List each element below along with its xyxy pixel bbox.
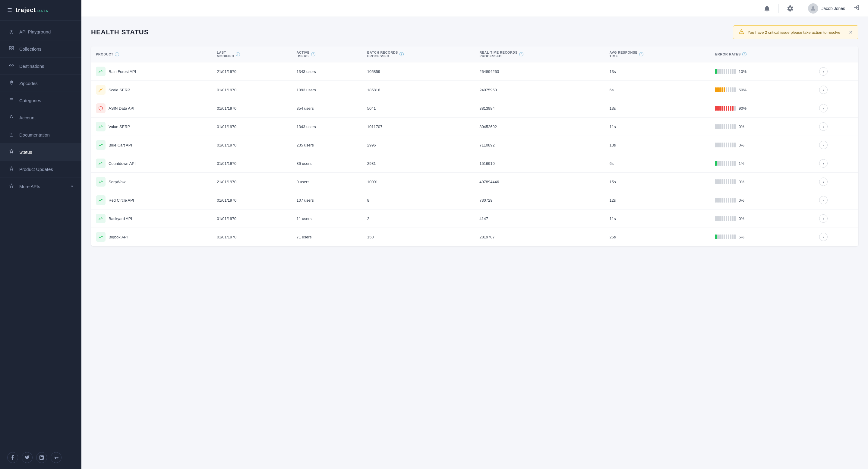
- notifications-button[interactable]: [762, 3, 772, 14]
- facebook-link[interactable]: [7, 452, 18, 463]
- alert-banner: You have 2 critical issue please take ac…: [733, 25, 858, 39]
- error-rate-cell: 1%: [710, 154, 814, 173]
- row-detail-button[interactable]: ›: [819, 141, 828, 149]
- error-bar: [715, 198, 736, 202]
- sidebar-item-product-updates[interactable]: Product Updates: [0, 161, 82, 178]
- realtime-records-cell: 80452692: [474, 118, 604, 136]
- svg-rect-0: [9, 46, 11, 48]
- error-rate-cell: 5%: [710, 228, 814, 246]
- row-detail-button[interactable]: ›: [819, 178, 828, 186]
- more-apis-icon: [8, 183, 14, 189]
- row-action-cell: ›: [814, 118, 858, 136]
- active-users-cell: 1093 users: [292, 81, 362, 99]
- row-action-cell: ›: [814, 81, 858, 99]
- linkedin-link[interactable]: [36, 452, 47, 463]
- user-info[interactable]: Jacob Jones: [808, 3, 845, 13]
- avg-response-cell: 11s: [604, 118, 710, 136]
- last-modified-cell: 01/01/1970: [212, 228, 291, 246]
- avg-response-cell: 25s: [604, 228, 710, 246]
- last-modified-cell: 01/01/1970: [212, 99, 291, 118]
- hamburger-icon[interactable]: ☰: [7, 7, 12, 13]
- error-percentage: 0%: [739, 124, 748, 129]
- error-bar: [715, 161, 736, 166]
- sidebar-item-api-playground[interactable]: ◎ API Playground: [0, 24, 82, 40]
- col-action: [814, 46, 858, 62]
- twitter-link[interactable]: [22, 452, 33, 463]
- row-action-cell: ›: [814, 228, 858, 246]
- sidebar-item-destinations[interactable]: Destinations: [0, 58, 82, 75]
- error-rate-cell: 0%: [710, 173, 814, 191]
- realtime-records-cell: 7110892: [474, 136, 604, 154]
- sidebar-item-documentation[interactable]: Documentation: [0, 126, 82, 144]
- row-detail-button[interactable]: ›: [819, 196, 828, 205]
- destinations-icon: [8, 63, 14, 69]
- error-rates-info-icon[interactable]: i: [742, 52, 746, 56]
- row-detail-button[interactable]: ›: [819, 67, 828, 76]
- row-detail-button[interactable]: ›: [819, 159, 828, 167]
- error-percentage: 10%: [739, 69, 748, 74]
- categories-icon: [8, 97, 14, 103]
- table-row: Countdown API 01/01/1970 86 users 2981 1…: [91, 154, 858, 173]
- product-cell: Rain Forest API: [91, 62, 212, 81]
- product-cell: Scale SERP: [91, 81, 212, 99]
- sidebar-item-label: More APIs: [19, 184, 40, 189]
- product-name: Bigbox API: [108, 235, 128, 239]
- svg-rect-3: [12, 49, 13, 50]
- active-users-cell: 11 users: [292, 210, 362, 228]
- sidebar-item-label: Collections: [19, 46, 41, 52]
- row-detail-button[interactable]: ›: [819, 233, 828, 241]
- row-detail-button[interactable]: ›: [819, 122, 828, 131]
- row-detail-button[interactable]: ›: [819, 104, 828, 113]
- sidebar-item-status[interactable]: Status: [0, 144, 82, 161]
- alert-icon: [739, 29, 744, 35]
- row-detail-button[interactable]: ›: [819, 86, 828, 94]
- svg-marker-18: [10, 184, 13, 187]
- settings-button[interactable]: [785, 3, 796, 14]
- batch-records-cell: 10091: [362, 173, 474, 191]
- row-detail-button[interactable]: ›: [819, 214, 828, 223]
- alert-close-button[interactable]: ✕: [849, 30, 852, 35]
- batch-records-info-icon[interactable]: i: [400, 52, 404, 56]
- user-name: Jacob Jones: [821, 6, 845, 11]
- col-active-users: ACTIVEUSERS i: [292, 46, 362, 62]
- svg-marker-16: [10, 150, 13, 153]
- error-bar: [715, 216, 736, 221]
- error-bar: [715, 124, 736, 129]
- realtime-records-cell: 3813984: [474, 99, 604, 118]
- sidebar-item-more-apis[interactable]: More APIs ▾: [0, 178, 82, 195]
- sidebar-item-collections[interactable]: Collections: [0, 40, 82, 58]
- active-users-cell: 86 users: [292, 154, 362, 173]
- active-users-cell: 354 users: [292, 99, 362, 118]
- sidebar-item-zipcodes[interactable]: Zipcodes: [0, 75, 82, 92]
- col-product: PRODUCT i: [91, 46, 212, 62]
- row-action-cell: ›: [814, 62, 858, 81]
- error-percentage: 0%: [739, 143, 748, 147]
- error-bar: [715, 87, 736, 92]
- last-modified-cell: 21/01/1970: [212, 62, 291, 81]
- api-playground-icon: ◎: [8, 29, 14, 35]
- main-content: HEALTH STATUS You have 2 critical issue …: [82, 17, 868, 469]
- sidebar-item-categories[interactable]: Categories: [0, 92, 82, 109]
- google-plus-link[interactable]: [51, 452, 62, 463]
- sidebar-item-account[interactable]: Account: [0, 109, 82, 126]
- logout-button[interactable]: [854, 4, 860, 12]
- row-action-cell: ›: [814, 136, 858, 154]
- realtime-records-cell: 2819707: [474, 228, 604, 246]
- sidebar-item-label: Status: [19, 150, 32, 155]
- batch-records-cell: 5041: [362, 99, 474, 118]
- realtime-records-cell: 4147: [474, 210, 604, 228]
- product-name: Red Circle API: [108, 198, 134, 202]
- product-info-icon[interactable]: i: [115, 52, 119, 56]
- realtime-records-cell: 24075950: [474, 81, 604, 99]
- svg-point-5: [12, 65, 13, 66]
- realtime-info-icon[interactable]: i: [519, 52, 523, 56]
- error-percentage: 1%: [739, 161, 748, 166]
- avg-response-info-icon[interactable]: i: [639, 52, 643, 56]
- product-name: Rain Forest API: [108, 69, 136, 74]
- active-users-info-icon[interactable]: i: [311, 52, 315, 56]
- last-modified-info-icon[interactable]: i: [236, 52, 240, 56]
- table-row: Value SERP 01/01/1970 1343 users 1011707…: [91, 118, 858, 136]
- active-users-cell: 235 users: [292, 136, 362, 154]
- product-name: ASIN Data API: [108, 106, 134, 111]
- active-users-cell: 71 users: [292, 228, 362, 246]
